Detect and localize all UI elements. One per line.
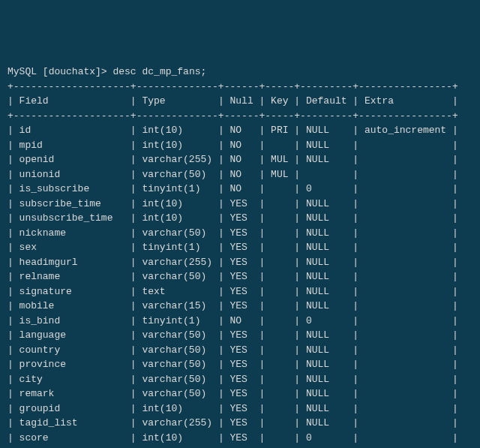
pipe: | — [212, 286, 230, 297]
pipe: | — [8, 359, 20, 370]
cell-default: NULL — [306, 140, 347, 151]
prompt-db: [douchatx] — [43, 66, 101, 77]
pipe: | — [254, 154, 271, 165]
pipe: | — [8, 286, 20, 297]
pipe: | — [124, 227, 142, 239]
cell-default: NULL — [306, 257, 347, 268]
cell-type: int(10) — [142, 140, 212, 151]
pipe: | — [124, 169, 142, 180]
cell-null: YES — [230, 212, 253, 224]
cell-extra — [364, 271, 446, 282]
cell-key — [271, 242, 288, 253]
cell-null: YES — [230, 300, 253, 311]
pipe: | — [347, 140, 364, 151]
cell-default: NULL — [306, 359, 347, 370]
cell-null: NO — [230, 154, 253, 165]
pipe: | — [212, 242, 230, 253]
pipe: | — [212, 374, 230, 385]
cell-null: YES — [230, 403, 253, 414]
cell-default: 0 — [306, 183, 347, 194]
pipe: | — [347, 432, 364, 443]
pipe: | — [212, 95, 230, 107]
pipe: | — [212, 183, 230, 194]
pipe: | — [8, 212, 20, 224]
table-row: | mpid | int(10) | NO | | NULL | | — [8, 138, 472, 153]
table-header-row: | Field | Type | Null | Key | Default | … — [8, 94, 472, 109]
cell-field: country — [20, 344, 124, 356]
terminal-output: MySQL [douchatx]> desc dc_mp_fans;+-----… — [8, 65, 472, 448]
pipe: | — [347, 242, 364, 253]
cell-field: remark — [20, 388, 124, 399]
cell-field: sex — [20, 242, 124, 253]
cell-default: 0 — [306, 432, 347, 443]
cell-key — [271, 183, 288, 194]
pipe: | — [254, 257, 271, 268]
pipe: | — [446, 432, 458, 443]
pipe: | — [8, 154, 20, 165]
cell-field: is_subscribe — [20, 183, 124, 194]
pipe: | — [212, 212, 230, 224]
pipe: | — [446, 403, 458, 414]
cell-key — [271, 359, 288, 370]
cell-default: NULL — [306, 329, 347, 341]
prompt-cursor: > — [101, 66, 107, 77]
pipe: | — [212, 359, 230, 370]
pipe: | — [289, 388, 306, 399]
pipe: | — [124, 140, 142, 151]
cell-extra — [364, 242, 446, 253]
pipe: | — [289, 212, 306, 224]
prompt-line: MySQL [douchatx]> desc dc_mp_fans; — [8, 65, 472, 80]
cell-key — [271, 329, 288, 341]
cell-default: NULL — [306, 125, 347, 136]
cell-default: NULL — [306, 388, 347, 399]
cell-null: NO — [230, 125, 253, 136]
pipe: | — [8, 227, 20, 239]
pipe: | — [254, 183, 271, 194]
pipe: | — [446, 329, 458, 341]
cell-field: city — [20, 374, 124, 385]
pipe: | — [289, 257, 306, 268]
table-row: | sex | tinyint(1) | YES | | NULL | | — [8, 240, 472, 255]
pipe: | — [124, 300, 142, 311]
pipe: | — [8, 271, 20, 282]
cell-null: NO — [230, 183, 253, 194]
pipe: | — [212, 140, 230, 151]
pipe: | — [254, 227, 271, 239]
table-row: | relname | varchar(50) | YES | | NULL |… — [8, 269, 472, 284]
cell-extra — [364, 227, 446, 239]
cell-key — [271, 227, 288, 239]
pipe: | — [212, 403, 230, 414]
pipe: | — [212, 329, 230, 341]
cell-null: YES — [230, 344, 253, 356]
cell-field: mpid — [20, 140, 124, 151]
pipe: | — [347, 227, 364, 239]
pipe: | — [446, 257, 458, 268]
cell-default: NULL — [306, 271, 347, 282]
pipe: | — [446, 125, 458, 136]
pipe: | — [8, 140, 20, 151]
table-row: | is_subscribe | tinyint(1) | NO | | 0 |… — [8, 182, 472, 197]
pipe: | — [446, 286, 458, 297]
table-row: | unionid | varchar(50) | NO | MUL | | | — [8, 167, 472, 182]
pipe: | — [124, 374, 142, 385]
table-row: | language | varchar(50) | YES | | NULL … — [8, 328, 472, 343]
pipe: | — [347, 212, 364, 224]
cell-extra — [364, 432, 446, 443]
pipe: | — [254, 125, 271, 136]
cell-extra — [364, 359, 446, 370]
pipe: | — [8, 183, 20, 194]
pipe: | — [446, 374, 458, 385]
pipe: | — [212, 198, 230, 209]
pipe: | — [254, 432, 271, 443]
pipe: | — [212, 417, 230, 428]
pipe: | — [446, 140, 458, 151]
table-row: | country | varchar(50) | YES | | NULL |… — [8, 343, 472, 358]
cell-field: unionid — [20, 169, 124, 180]
pipe: | — [289, 242, 306, 253]
pipe: | — [8, 257, 20, 268]
cell-type: varchar(50) — [142, 374, 212, 385]
pipe: | — [8, 300, 20, 311]
pipe: | — [8, 315, 20, 326]
table-divider: +--------------------+--------------+---… — [8, 80, 472, 95]
cell-type: varchar(50) — [142, 359, 212, 370]
